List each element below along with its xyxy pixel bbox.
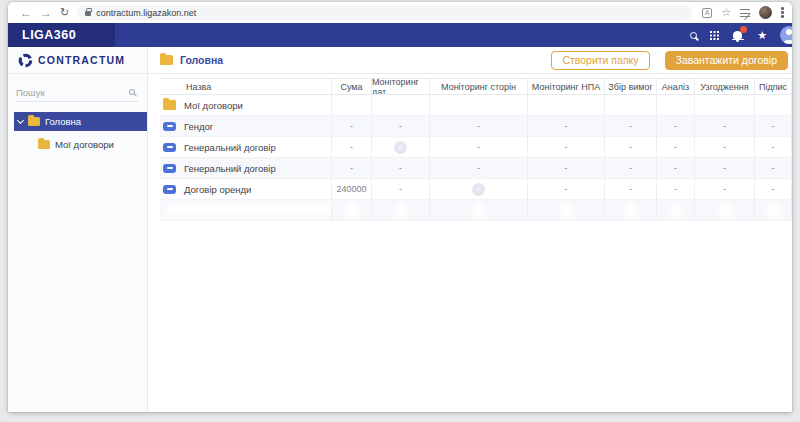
cell: - [372,116,430,136]
contract-icon [163,122,176,131]
user-avatar[interactable] [780,26,792,44]
column-header[interactable]: Узгодження [695,79,755,94]
table-row[interactable]: Генеральний договір------- [160,137,792,158]
address-bar[interactable]: contractum.ligazakon.net [77,5,692,20]
cell [657,200,695,220]
cell: - [332,158,372,178]
cell [657,95,695,115]
name-cell: Генеральний договір [160,137,332,157]
reload-button[interactable]: ↻ [60,7,69,18]
cell: - [695,158,755,178]
url-text: contractum.ligazakon.net [96,8,196,18]
tree-item-moi-dohovory[interactable]: Мої договори [8,135,147,154]
chevron-down-icon[interactable] [17,116,24,123]
redacted-content [394,203,408,217]
cell [528,95,605,115]
search-icon[interactable] [129,89,135,95]
column-header[interactable]: Сума [332,79,372,94]
redacted-content [766,203,780,217]
column-header[interactable]: Моніторинг НПА [528,79,605,94]
cell: - [695,137,755,157]
cell: - [755,116,792,136]
cell: - [372,179,430,199]
cell: - [528,158,605,178]
cell: - [657,179,695,199]
redacted-content [345,203,359,217]
cell: - [430,116,528,136]
row-name: Генеральний договір [184,163,276,174]
redacted-content [559,203,573,217]
table-row[interactable]: Гендог-------- [160,116,792,137]
cell [372,137,430,157]
cell [755,200,792,220]
column-header[interactable]: Назва [160,79,332,94]
notifications-bell-icon[interactable] [732,29,744,41]
cell [430,179,528,199]
cell: - [657,137,695,157]
table-row[interactable]: Мої договори [160,95,792,116]
upload-contract-button[interactable]: Завантажити договір [665,51,788,70]
favorites-star-icon[interactable]: ★ [757,30,767,41]
redacted-content [165,204,332,216]
check-circle-icon[interactable] [472,183,485,196]
notification-badge [740,26,747,33]
table-row-redacted[interactable] [160,200,792,221]
contract-icon [163,143,176,152]
cell: - [605,158,657,178]
tree-item-label: Головна [45,116,81,127]
forward-button[interactable]: → [40,7,52,19]
browser-profile-avatar[interactable] [759,6,772,19]
reading-list-icon[interactable] [740,9,750,17]
name-cell [160,200,332,220]
folder-icon [163,100,176,110]
cell [332,200,372,220]
column-header[interactable]: Збір вимог [605,79,657,94]
contractum-logo-icon [18,53,33,68]
check-circle-icon[interactable] [394,141,407,154]
contractum-logo: CONTRACTUM [8,47,147,74]
name-cell: Мої договори [160,95,332,115]
row-name: Гендог [184,121,213,132]
liga360-logo[interactable]: LIGA360 [8,23,115,47]
table-header-row: НазваСумаМоніторинг датМоніторинг сторін… [160,78,792,95]
column-header[interactable]: Моніторинг дат [372,79,430,94]
create-folder-button[interactable]: Створити папку [551,51,649,70]
cell: - [695,116,755,136]
table-body: Мої договориГендог--------Генеральний до… [160,95,792,221]
cell: - [372,158,430,178]
row-name: Генеральний договір [184,142,276,153]
translate-icon[interactable]: A [702,8,712,18]
column-header[interactable]: Підпис [755,79,792,94]
column-header[interactable]: Аналіз [657,79,695,94]
cell [605,200,657,220]
current-folder-title: Головна [180,54,223,66]
bookmark-star-icon[interactable]: ☆ [721,7,731,18]
cell: - [332,137,372,157]
folder-tree: Головна Мої договори [8,110,147,154]
cell: - [528,116,605,136]
name-cell: Гендог [160,116,332,136]
tree-item-holovna[interactable]: Головна [14,112,147,131]
cell: - [657,158,695,178]
contracts-table: НазваСумаМоніторинг датМоніторинг сторін… [148,74,792,221]
column-header[interactable]: Моніторинг сторін [430,79,528,94]
search-input[interactable] [16,87,129,98]
browser-window: ← → ↻ contractum.ligazakon.net A ☆ LIGA3… [8,2,792,412]
cell: - [657,116,695,136]
table-row[interactable]: Договір оренди240000------ [160,179,792,200]
cell [372,95,430,115]
cell: - [528,137,605,157]
back-button[interactable]: ← [20,7,32,19]
cell: - [332,116,372,136]
cell: - [605,179,657,199]
main-pane: Головна Створити папку Завантажити догов… [148,47,792,412]
cell [332,95,372,115]
search-icon[interactable] [690,32,697,39]
table-row[interactable]: Генеральний договір-------- [160,158,792,179]
browser-menu-icon[interactable] [781,7,784,18]
apps-grid-icon[interactable] [710,31,719,40]
cell [755,95,792,115]
cell: - [695,179,755,199]
cell: - [755,179,792,199]
folder-icon [28,117,40,126]
